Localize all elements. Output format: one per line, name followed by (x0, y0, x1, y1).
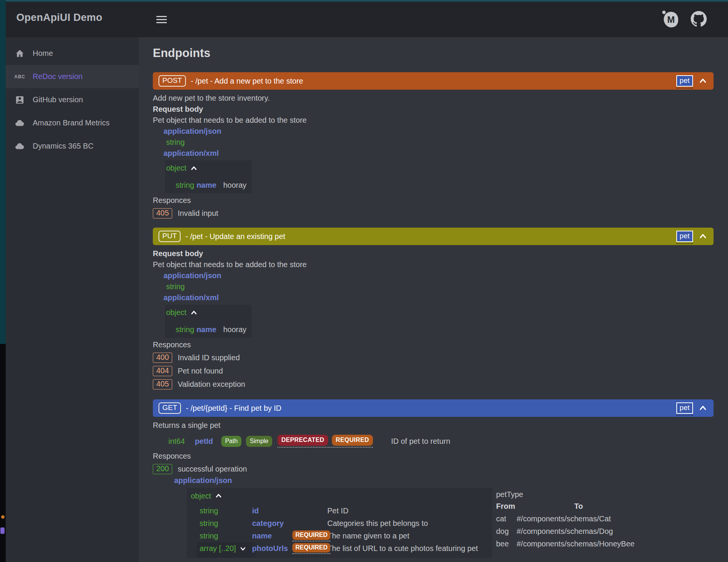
media-type-json: application/json (174, 475, 714, 486)
page-title: Endpoints (153, 46, 714, 60)
status-code-badge: 405 (153, 379, 172, 389)
property-type: array [..20] (200, 544, 252, 553)
abc-icon: ABC (14, 74, 25, 79)
mapping-to: #/components/schemas/HoneyBee (516, 538, 641, 550)
taskbar-sliver-icon (0, 527, 5, 534)
object-header[interactable]: object (166, 163, 252, 174)
mapping-from: dog (496, 525, 516, 538)
status-code-badge: 404 (153, 366, 172, 376)
schema-object-panel: object stringnamehooray (165, 305, 252, 338)
home-icon (14, 49, 25, 59)
column-header-to: To (516, 500, 641, 513)
sidebar-item-label: Amazon Brand Metrics (33, 119, 109, 127)
sidebar-item-label: ReDoc version (33, 72, 82, 81)
sidebar-item-home[interactable]: Home (6, 42, 139, 65)
property-name: photoUrls (252, 544, 292, 553)
sidebar-item-label: GitHub version (33, 95, 83, 104)
response-row: 200 successful operation (153, 463, 714, 475)
property-name: name (197, 181, 216, 189)
chevron-up-icon[interactable] (698, 76, 708, 86)
endpoint-bar-put-pet[interactable]: PUT - /pet - Update an existing pet pet (153, 228, 714, 245)
responses-label: Responces (153, 195, 714, 206)
cloud-icon (14, 118, 25, 128)
property-type: string (200, 519, 252, 528)
object-header[interactable]: object (166, 307, 252, 318)
property-description: The list of URL to a cute photos featuri… (327, 544, 492, 553)
object-type-label: object (191, 490, 211, 502)
response-text: Pet not found (178, 367, 223, 375)
method-chip: POST (159, 75, 186, 87)
chevron-up-icon (190, 164, 198, 173)
status-code-badge: 405 (153, 208, 172, 218)
response-row: 400 Invalid ID supplied (153, 352, 714, 364)
object-header[interactable]: object (188, 490, 492, 502)
responses-label: Responces (153, 339, 714, 350)
parameter-type: int64 (168, 437, 185, 446)
mapping-to: #/components/schemas/Cat (516, 513, 641, 525)
mudblazor-logo-icon[interactable]: M (662, 10, 679, 28)
chevron-up-icon[interactable] (698, 403, 708, 413)
property-example: hooray (223, 325, 246, 334)
badge-simple: Simple (246, 436, 272, 447)
response-text: Validation exception (178, 380, 245, 389)
object-type-label: object (166, 163, 186, 174)
property-type: string (176, 325, 194, 334)
media-type-json: application/json (163, 126, 714, 137)
request-body-description: Pet object that needs to be added to the… (153, 259, 714, 270)
parameter-name: petId (195, 437, 213, 446)
sidebar-item-github-version[interactable]: GitHub version (6, 88, 139, 111)
tag-chip-pet[interactable]: pet (676, 231, 693, 242)
response-row: 405 Invalid input (153, 207, 714, 219)
sidebar-item-label: Home (33, 49, 53, 58)
schema-type: string (166, 137, 714, 148)
badge-deprecated: DEPRECATED (278, 435, 328, 446)
mapping-from: cat (496, 513, 516, 525)
github-logo-icon[interactable] (691, 11, 707, 27)
background-window-left-edge (0, 0, 6, 344)
screen: OpenApiUI Demo M Home (0, 0, 728, 562)
method-chip: PUT (159, 231, 181, 242)
tag-chip-pet[interactable]: pet (676, 75, 693, 87)
request-body-label: Request body (153, 248, 714, 259)
response-text: Invalid input (178, 209, 218, 218)
mapping-from: bee (496, 538, 516, 550)
chevron-up-icon (190, 309, 198, 317)
property-type: string (200, 507, 252, 515)
responses-label: Responces (153, 451, 714, 462)
account-box-icon (14, 95, 25, 105)
endpoint-bar-get-pet-by-id[interactable]: GET - /pet/{petId} - Find pet by ID pet (153, 399, 714, 417)
response-row: 405 Validation exception (153, 378, 714, 390)
endpoint-bar-post-pet[interactable]: POST - /pet - Add a new pet to the store… (153, 72, 714, 90)
property-type: string (176, 181, 194, 189)
property-name: category (252, 519, 292, 528)
main-content: Endpoints POST - /pet - Add a new pet to… (139, 37, 728, 562)
property-name: name (197, 325, 216, 334)
response-text: successful operation (178, 465, 247, 473)
schema-type: string (166, 281, 714, 292)
sidebar-item-label: Dynamics 365 BC (33, 142, 94, 150)
chevron-down-icon[interactable] (239, 545, 247, 553)
badge-required: REQUIRED (332, 435, 373, 446)
status-code-badge: 400 (153, 353, 172, 363)
response-row: 404 Pet not found (153, 365, 714, 377)
property-name: name (252, 532, 292, 540)
schema-property-row: string id Pet ID (188, 505, 492, 517)
chevron-up-icon[interactable] (698, 231, 708, 241)
app-bar: OpenApiUI Demo M (6, 2, 728, 37)
media-type-xml: application/xml (163, 292, 714, 303)
cloud-icon (14, 141, 25, 152)
badge-path: Path (221, 436, 241, 447)
sidebar-item-redoc-version[interactable]: ABC ReDoc version (6, 65, 139, 88)
sidebar-item-amazon-brand-metrics[interactable]: Amazon Brand Metrics (6, 111, 139, 135)
response-schema-block: object string id Pet ID (153, 488, 714, 558)
endpoint-title: - /pet - Update an existing pet (186, 232, 285, 241)
property-description: Categories this pet belongs to (327, 519, 492, 528)
tag-chip-pet[interactable]: pet (676, 402, 693, 414)
mapping-to: #/components/schemas/Dog (516, 525, 641, 538)
sidebar-item-dynamics-365-bc[interactable]: Dynamics 365 BC (6, 135, 139, 158)
chevron-up-icon (214, 492, 223, 500)
request-body-label: Request body (153, 104, 714, 115)
property-type: string (200, 532, 252, 540)
hamburger-menu-icon[interactable] (155, 13, 168, 25)
media-type-json: application/json (163, 270, 714, 281)
